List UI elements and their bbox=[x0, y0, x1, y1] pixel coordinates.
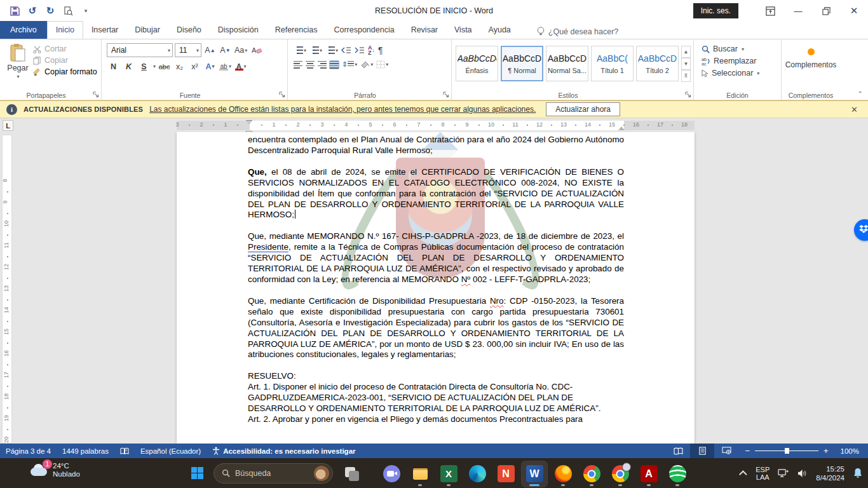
message-bar-close-icon[interactable]: ✕ bbox=[851, 105, 862, 114]
increase-indent-button[interactable] bbox=[354, 46, 365, 55]
font-dialog-launcher-icon[interactable] bbox=[279, 92, 286, 98]
taskbar-firefox-icon[interactable] bbox=[550, 461, 576, 487]
justify-button[interactable] bbox=[329, 60, 339, 69]
italic-button[interactable]: K bbox=[122, 60, 135, 73]
taskbar-explorer-icon[interactable] bbox=[407, 461, 433, 487]
print-layout-button[interactable] bbox=[690, 444, 714, 458]
line-spacing-button[interactable]: ⇕▾ bbox=[341, 60, 358, 69]
tell-me[interactable]: ¿Qué desea hacer? bbox=[537, 27, 619, 39]
dropbox-icon[interactable] bbox=[854, 219, 868, 241]
tab-selector[interactable]: L bbox=[3, 120, 13, 131]
close-button[interactable]: ✕ bbox=[840, 0, 868, 22]
tab-dibujar[interactable]: Dibujar bbox=[126, 21, 168, 39]
shading-button[interactable]: ▾ bbox=[360, 60, 374, 69]
highlight-button[interactable]: ab▾ bbox=[219, 60, 232, 73]
taskbar-word-icon[interactable]: W bbox=[522, 461, 547, 487]
bold-button[interactable]: N bbox=[107, 60, 120, 73]
taskbar-chrome2-icon[interactable] bbox=[607, 461, 633, 487]
document-text[interactable]: encuentra contemplado en el Plan Anual d… bbox=[248, 135, 624, 425]
clock[interactable]: 15:25 8/4/2024 bbox=[816, 464, 844, 482]
tab-insertar[interactable]: Insertar bbox=[83, 21, 126, 39]
ribbon-display-options-icon[interactable] bbox=[756, 0, 784, 22]
first-line-indent-marker[interactable] bbox=[246, 121, 252, 125]
right-indent-marker[interactable] bbox=[618, 126, 625, 130]
search-highlight-image[interactable] bbox=[314, 466, 329, 481]
styles-scroll-up-icon[interactable]: ▲ bbox=[681, 46, 691, 58]
language-switcher[interactable]: ESPLAA bbox=[756, 466, 770, 481]
select-button[interactable]: Seleccionar▾ bbox=[702, 69, 778, 78]
clipboard-dialog-launcher-icon[interactable] bbox=[93, 92, 100, 98]
paragraph-dialog-launcher-icon[interactable] bbox=[443, 92, 450, 98]
text-effects-button[interactable]: A▾ bbox=[203, 60, 217, 73]
taskbar-nitro-icon[interactable]: N bbox=[493, 461, 519, 487]
accessibility-status[interactable]: Accesibilidad: es necesario investigar bbox=[207, 444, 361, 458]
minimize-button[interactable]: — bbox=[784, 0, 812, 22]
clear-formatting-button[interactable]: A bbox=[250, 44, 263, 57]
search-box[interactable]: Búsqueda bbox=[214, 463, 333, 484]
tab-ayuda[interactable]: Ayuda bbox=[480, 21, 519, 39]
page-indicator[interactable]: Página 3 de 4 bbox=[0, 444, 57, 458]
style--normal[interactable]: AaBbCcD¶ Normal bbox=[501, 46, 543, 81]
font-size-combo[interactable]: 11▾ bbox=[175, 43, 201, 57]
undo-icon[interactable]: ↺ bbox=[27, 5, 38, 17]
style--nfasis[interactable]: AaBbCcDcÉnfasis bbox=[456, 46, 498, 81]
print-preview-icon[interactable] bbox=[62, 5, 74, 17]
language-indicator[interactable]: Español (Ecuador) bbox=[135, 444, 207, 458]
document-page[interactable]: encuentra contemplado en el Plan Anual d… bbox=[177, 132, 695, 444]
tab-inicio[interactable]: Inicio bbox=[47, 21, 83, 39]
tab-vista[interactable]: Vista bbox=[446, 21, 480, 39]
decrease-indent-button[interactable] bbox=[341, 46, 352, 55]
zoom-out-button[interactable]: − bbox=[745, 446, 750, 456]
change-case-button[interactable]: Aa▾ bbox=[234, 44, 248, 57]
tab-revisar[interactable]: Revisar bbox=[403, 21, 446, 39]
taskbar-chat-icon[interactable] bbox=[379, 461, 404, 487]
align-right-button[interactable] bbox=[317, 60, 327, 69]
taskbar-acrobat-icon[interactable]: A bbox=[636, 461, 661, 487]
numbering-button[interactable]: ▾ bbox=[309, 46, 323, 55]
taskbar-excel-icon[interactable]: X bbox=[436, 461, 461, 487]
borders-button[interactable]: ▾ bbox=[376, 60, 389, 69]
tab-disposición[interactable]: Disposición bbox=[210, 21, 267, 39]
font-family-combo[interactable]: Arial▾ bbox=[107, 43, 173, 57]
notification-bell-icon[interactable] bbox=[853, 468, 863, 478]
read-mode-button[interactable] bbox=[666, 444, 690, 458]
align-center-button[interactable] bbox=[305, 60, 315, 69]
zoom-level[interactable]: 100% bbox=[835, 444, 868, 458]
styles-scroll-down-icon[interactable]: ▼ bbox=[681, 58, 691, 70]
network-icon[interactable] bbox=[778, 468, 789, 478]
font-color-button[interactable]: A▾ bbox=[234, 60, 247, 73]
signin-button[interactable]: Inic. ses. bbox=[693, 3, 738, 18]
collapse-ribbon-icon[interactable]: ⌃ bbox=[858, 90, 863, 97]
cut-button[interactable]: Cortar bbox=[33, 44, 97, 53]
show-marks-button[interactable]: ¶ bbox=[377, 44, 384, 56]
tray-overflow-icon[interactable] bbox=[739, 470, 747, 478]
restore-button[interactable] bbox=[812, 0, 840, 22]
save-icon[interactable] bbox=[9, 5, 20, 17]
tab-correspondencia[interactable]: Correspondencia bbox=[325, 21, 402, 39]
web-layout-button[interactable] bbox=[714, 444, 738, 458]
redo-icon[interactable]: ↻ bbox=[44, 5, 56, 17]
horizontal-ruler[interactable]: 123123456789101112131415161718 bbox=[177, 121, 695, 130]
start-button[interactable] bbox=[186, 463, 208, 484]
vertical-ruler[interactable]: 891011121314151617181920 bbox=[2, 135, 12, 444]
zoom-slider-handle[interactable] bbox=[785, 448, 789, 454]
underline-chevron-icon[interactable]: ▾ bbox=[153, 64, 156, 69]
addins-button[interactable]: Complementos bbox=[784, 42, 837, 69]
taskbar-edge-icon[interactable] bbox=[465, 461, 490, 487]
styles-dialog-launcher-icon[interactable] bbox=[685, 92, 692, 98]
multilevel-list-button[interactable]: ▾ bbox=[325, 46, 339, 55]
subscript-button[interactable]: x₂ bbox=[173, 60, 186, 73]
copy-button[interactable]: Copiar bbox=[33, 56, 97, 65]
zoom-in-button[interactable]: + bbox=[824, 446, 829, 456]
replace-button[interactable]: abac Reemplazar bbox=[702, 57, 778, 65]
sort-button[interactable]: AZ↓ bbox=[367, 44, 376, 56]
taskbar-spotify-icon[interactable] bbox=[665, 461, 690, 487]
style-t-tulo-2[interactable]: AaBbCcDTítulo 2 bbox=[636, 46, 679, 81]
superscript-button[interactable]: x² bbox=[188, 60, 201, 73]
paste-button[interactable]: Pegar ▾ bbox=[3, 42, 33, 89]
taskbar-chrome-icon[interactable] bbox=[579, 461, 604, 487]
tab-archivo[interactable]: Archivo bbox=[0, 21, 47, 39]
strikethrough-button[interactable]: abc bbox=[158, 60, 171, 73]
qat-customize-icon[interactable]: ▾ bbox=[80, 5, 92, 17]
update-now-button[interactable]: Actualizar ahora bbox=[546, 102, 620, 116]
